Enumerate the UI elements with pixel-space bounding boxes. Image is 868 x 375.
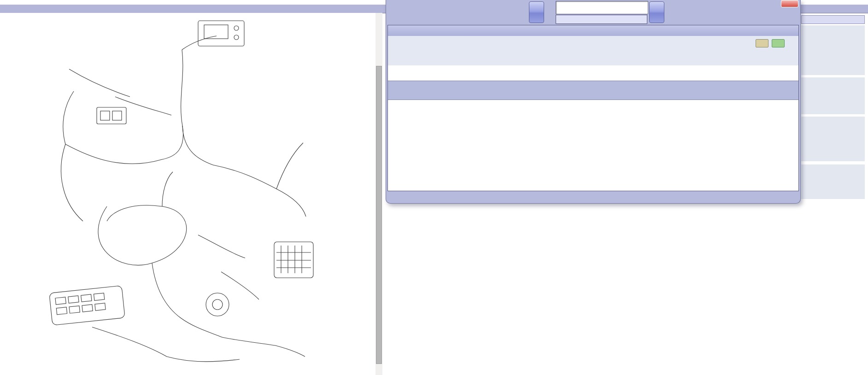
vertical-scrollbar[interactable] [375, 13, 382, 375]
part-search-popup [386, 0, 801, 204]
harness-artwork [0, 13, 375, 375]
further-button-2[interactable] [772, 39, 785, 47]
result-row[interactable] [388, 36, 798, 65]
scroll-up-icon[interactable] [375, 15, 382, 21]
results-header-row [388, 25, 798, 36]
prev-arrow-button[interactable] [529, 1, 544, 23]
selection-band [388, 81, 798, 100]
popup-results-panel [387, 25, 799, 191]
further-button-1[interactable] [756, 39, 768, 47]
wiring-diagram [0, 13, 375, 375]
part-number-input[interactable] [556, 1, 648, 14]
interpretation-dropdown[interactable] [556, 15, 647, 24]
close-icon[interactable] [781, 0, 798, 7]
next-arrow-button[interactable] [649, 1, 664, 23]
scroll-down-icon[interactable] [375, 364, 382, 371]
scrollbar-thumb[interactable] [376, 66, 382, 364]
app-window [0, 0, 868, 375]
